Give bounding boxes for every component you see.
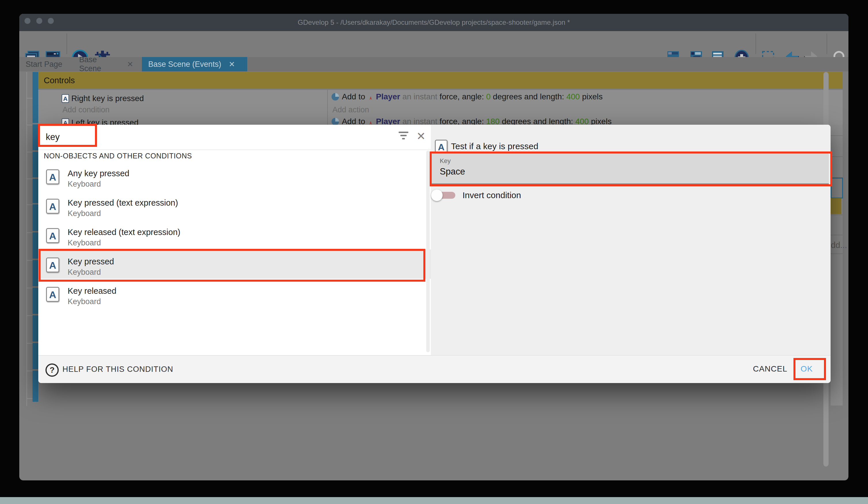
event-tree-tick (27, 288, 32, 288)
list-item-key-released-text-expression[interactable]: A Key released (text expression) Keyboar… (38, 220, 431, 249)
tab-base-scene[interactable]: Base Scene ✕ (73, 57, 140, 71)
list-section-header: NON-OBJECTS AND OTHER CONDITIONS (44, 152, 192, 160)
tab-base-scene-events[interactable]: Base Scene (Events) ✕ (142, 57, 247, 71)
add-condition-button[interactable]: Add condition (62, 105, 110, 114)
event-tree-tick (27, 98, 32, 99)
toolbar-separator (755, 33, 756, 54)
event-tree-tick (27, 343, 32, 344)
annotation-key-field (430, 151, 832, 187)
event-tree-tick (27, 371, 32, 371)
force-icon (331, 92, 340, 101)
help-link[interactable]: HELP FOR THIS CONDITION (62, 365, 173, 374)
event-tree-tick (27, 315, 32, 316)
cancel-button[interactable]: CANCEL (747, 364, 793, 374)
keyboard-key-icon: A (46, 169, 59, 184)
annotation-key-pressed-item (39, 249, 425, 282)
help-icon[interactable]: ? (45, 363, 59, 377)
window-title: GDevelop 5 - /Users/dkarakay/Documents/G… (19, 14, 848, 31)
dialog-footer: ? HELP FOR THIS CONDITION CANCEL OK (38, 355, 830, 383)
invert-condition-toggle[interactable] (433, 192, 455, 199)
event-tree-tick (27, 398, 32, 399)
screen: GDevelop 5 - /Users/dkarakay/Documents/G… (0, 0, 868, 504)
condition-right-key[interactable]: A Right key is pressed (62, 92, 144, 105)
tabbar: Start Page Base Scene ✕ Base Scene (Even… (19, 57, 848, 71)
comment-fragment (830, 198, 841, 214)
player-object-icon (368, 93, 374, 101)
event-tree-tick (27, 260, 32, 261)
event-tree-tick (27, 179, 32, 179)
tab-label: Base Scene (Events) (148, 60, 221, 69)
keyboard-key-icon: A (62, 94, 69, 103)
keyboard-key-icon: A (46, 228, 59, 243)
tab-label: Base Scene (79, 55, 120, 73)
event-tree-line (27, 72, 27, 406)
toggle-thumb (431, 190, 443, 201)
toolbar-separator (827, 33, 827, 54)
keyboard-key-icon: A (46, 287, 59, 302)
tab-start-page[interactable]: Start Page (19, 57, 71, 71)
action-add-force[interactable]: Add to Player an instant force, angle: 0… (331, 90, 603, 103)
clear-search-icon[interactable]: ✕ (415, 130, 427, 143)
list-item-any-key-pressed[interactable]: A Any key pressed Keyboard (38, 161, 431, 191)
desktop-edge-strip (0, 497, 868, 504)
annotation-ok-button (794, 358, 826, 380)
player-object-icon (368, 118, 374, 125)
event-tree-tick (27, 125, 32, 125)
selected-cell-fragment (830, 178, 843, 199)
invert-condition-label: Invert condition (463, 190, 521, 200)
titlebar: GDevelop 5 - /Users/dkarakay/Documents/G… (19, 14, 848, 31)
truncated-text-fragment: dd... (831, 241, 847, 250)
annotation-search-box (38, 124, 97, 147)
add-action-button[interactable]: Add action (332, 105, 369, 114)
toolbar-separator (66, 33, 67, 54)
event-comment[interactable]: Controls (38, 72, 843, 89)
filter-icon[interactable] (399, 132, 409, 141)
close-tab-icon[interactable]: ✕ (127, 60, 133, 69)
tab-label: Start Page (25, 60, 62, 69)
event-tree-tick (27, 204, 32, 205)
gdevelop-window: GDevelop 5 - /Users/dkarakay/Documents/G… (19, 14, 848, 480)
toolbar (19, 31, 848, 57)
event-tree-tick (27, 232, 32, 233)
list-item-key-released[interactable]: A Key released Keyboard (38, 279, 431, 308)
list-scrollbar[interactable] (426, 151, 430, 352)
event-comment-text: Controls (44, 72, 75, 89)
close-tab-icon[interactable]: ✕ (229, 60, 235, 69)
event-tree-tick (27, 152, 32, 152)
list-item-key-pressed-text-expression[interactable]: A Key pressed (text expression) Keyboard (38, 191, 431, 220)
search-divider (38, 150, 431, 150)
condition-title: Test if a key is pressed (451, 141, 538, 151)
keyboard-key-icon: A (46, 199, 59, 214)
